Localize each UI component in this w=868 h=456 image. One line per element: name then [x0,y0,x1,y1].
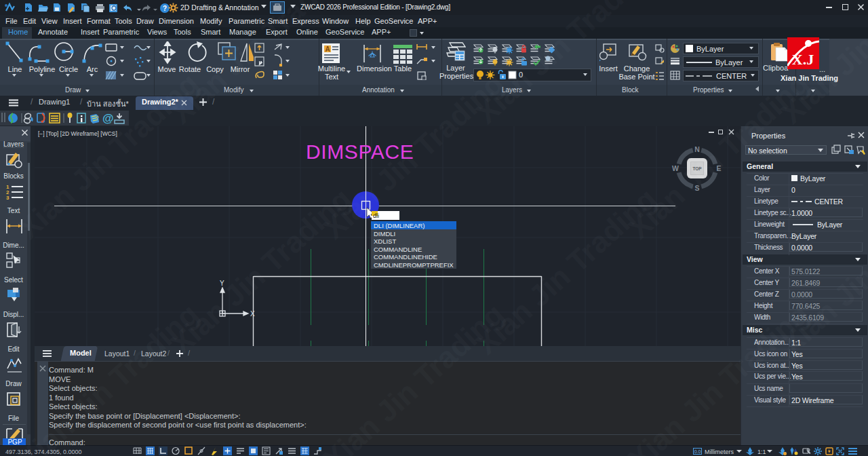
svg-text:@: @ [102,112,114,125]
svg-text:3: 3 [6,195,9,200]
svg-text:N: N [694,145,700,153]
svg-text:TOP: TOP [692,166,702,171]
svg-text:Y: Y [220,280,224,287]
svg-text:?: ? [163,5,167,12]
svg-text:S: S [694,184,699,192]
svg-text:W: W [672,164,679,172]
svg-text:A: A [325,45,330,53]
svg-text:X: X [250,310,255,318]
svg-text:X.J: X.J [792,51,814,68]
svg-text:E: E [716,164,721,172]
svg-text:?: ? [96,115,99,121]
